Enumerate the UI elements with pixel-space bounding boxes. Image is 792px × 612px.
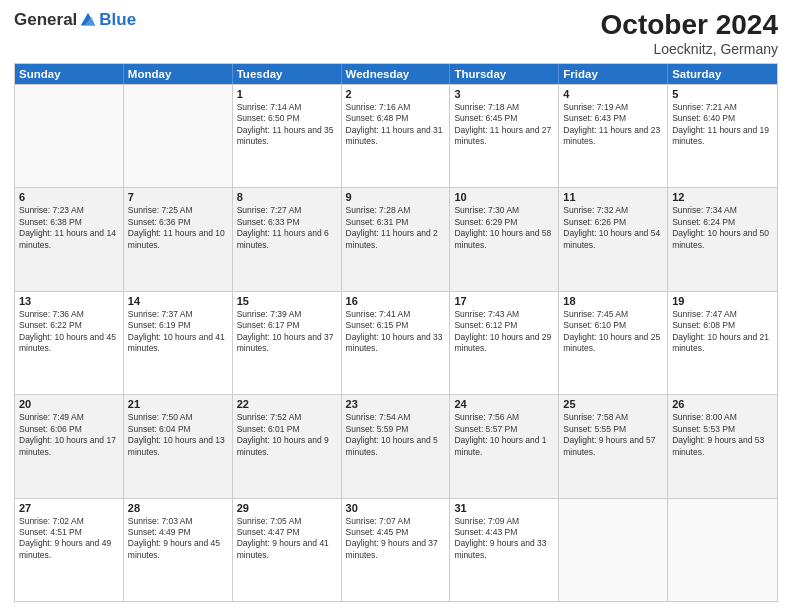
- cell-info: Sunrise: 7:54 AM Sunset: 5:59 PM Dayligh…: [346, 412, 446, 458]
- cell-info: Sunrise: 7:45 AM Sunset: 6:10 PM Dayligh…: [563, 309, 663, 355]
- calendar-header-cell: Tuesday: [233, 64, 342, 84]
- cell-info: Sunrise: 7:03 AM Sunset: 4:49 PM Dayligh…: [128, 516, 228, 562]
- day-number: 4: [563, 88, 663, 100]
- day-number: 30: [346, 502, 446, 514]
- cell-info: Sunrise: 7:05 AM Sunset: 4:47 PM Dayligh…: [237, 516, 337, 562]
- calendar-header-cell: Monday: [124, 64, 233, 84]
- day-number: 20: [19, 398, 119, 410]
- calendar-cell: 16Sunrise: 7:41 AM Sunset: 6:15 PM Dayli…: [342, 292, 451, 394]
- calendar: SundayMondayTuesdayWednesdayThursdayFrid…: [14, 63, 778, 602]
- cell-info: Sunrise: 7:02 AM Sunset: 4:51 PM Dayligh…: [19, 516, 119, 562]
- cell-info: Sunrise: 7:25 AM Sunset: 6:36 PM Dayligh…: [128, 205, 228, 251]
- calendar-header-row: SundayMondayTuesdayWednesdayThursdayFrid…: [15, 64, 777, 84]
- logo-blue-text: Blue: [99, 10, 136, 30]
- logo-icon: [79, 11, 97, 29]
- cell-info: Sunrise: 7:32 AM Sunset: 6:26 PM Dayligh…: [563, 205, 663, 251]
- day-number: 13: [19, 295, 119, 307]
- calendar-cell: [559, 499, 668, 601]
- day-number: 9: [346, 191, 446, 203]
- cell-info: Sunrise: 7:37 AM Sunset: 6:19 PM Dayligh…: [128, 309, 228, 355]
- day-number: 15: [237, 295, 337, 307]
- calendar-header-cell: Friday: [559, 64, 668, 84]
- calendar-cell: 11Sunrise: 7:32 AM Sunset: 6:26 PM Dayli…: [559, 188, 668, 290]
- calendar-week-row: 1Sunrise: 7:14 AM Sunset: 6:50 PM Daylig…: [15, 84, 777, 187]
- calendar-cell: 1Sunrise: 7:14 AM Sunset: 6:50 PM Daylig…: [233, 85, 342, 187]
- cell-info: Sunrise: 7:14 AM Sunset: 6:50 PM Dayligh…: [237, 102, 337, 148]
- month-title: October 2024: [601, 10, 778, 41]
- calendar-week-row: 27Sunrise: 7:02 AM Sunset: 4:51 PM Dayli…: [15, 498, 777, 601]
- calendar-cell: 28Sunrise: 7:03 AM Sunset: 4:49 PM Dayli…: [124, 499, 233, 601]
- day-number: 11: [563, 191, 663, 203]
- calendar-cell: 24Sunrise: 7:56 AM Sunset: 5:57 PM Dayli…: [450, 395, 559, 497]
- calendar-cell: 6Sunrise: 7:23 AM Sunset: 6:38 PM Daylig…: [15, 188, 124, 290]
- calendar-cell: 14Sunrise: 7:37 AM Sunset: 6:19 PM Dayli…: [124, 292, 233, 394]
- day-number: 18: [563, 295, 663, 307]
- cell-info: Sunrise: 7:56 AM Sunset: 5:57 PM Dayligh…: [454, 412, 554, 458]
- calendar-cell: 27Sunrise: 7:02 AM Sunset: 4:51 PM Dayli…: [15, 499, 124, 601]
- header: General Blue October 2024 Loecknitz, Ger…: [14, 10, 778, 57]
- cell-info: Sunrise: 7:39 AM Sunset: 6:17 PM Dayligh…: [237, 309, 337, 355]
- day-number: 16: [346, 295, 446, 307]
- calendar-cell: 20Sunrise: 7:49 AM Sunset: 6:06 PM Dayli…: [15, 395, 124, 497]
- day-number: 12: [672, 191, 773, 203]
- cell-info: Sunrise: 7:23 AM Sunset: 6:38 PM Dayligh…: [19, 205, 119, 251]
- calendar-week-row: 20Sunrise: 7:49 AM Sunset: 6:06 PM Dayli…: [15, 394, 777, 497]
- calendar-cell: 9Sunrise: 7:28 AM Sunset: 6:31 PM Daylig…: [342, 188, 451, 290]
- cell-info: Sunrise: 7:28 AM Sunset: 6:31 PM Dayligh…: [346, 205, 446, 251]
- day-number: 6: [19, 191, 119, 203]
- day-number: 21: [128, 398, 228, 410]
- calendar-cell: 7Sunrise: 7:25 AM Sunset: 6:36 PM Daylig…: [124, 188, 233, 290]
- cell-info: Sunrise: 7:58 AM Sunset: 5:55 PM Dayligh…: [563, 412, 663, 458]
- cell-info: Sunrise: 7:07 AM Sunset: 4:45 PM Dayligh…: [346, 516, 446, 562]
- day-number: 17: [454, 295, 554, 307]
- calendar-cell: 13Sunrise: 7:36 AM Sunset: 6:22 PM Dayli…: [15, 292, 124, 394]
- calendar-header-cell: Thursday: [450, 64, 559, 84]
- cell-info: Sunrise: 7:09 AM Sunset: 4:43 PM Dayligh…: [454, 516, 554, 562]
- day-number: 23: [346, 398, 446, 410]
- day-number: 29: [237, 502, 337, 514]
- calendar-cell: 15Sunrise: 7:39 AM Sunset: 6:17 PM Dayli…: [233, 292, 342, 394]
- cell-info: Sunrise: 7:19 AM Sunset: 6:43 PM Dayligh…: [563, 102, 663, 148]
- cell-info: Sunrise: 7:47 AM Sunset: 6:08 PM Dayligh…: [672, 309, 773, 355]
- cell-info: Sunrise: 7:50 AM Sunset: 6:04 PM Dayligh…: [128, 412, 228, 458]
- calendar-cell: 4Sunrise: 7:19 AM Sunset: 6:43 PM Daylig…: [559, 85, 668, 187]
- cell-info: Sunrise: 7:52 AM Sunset: 6:01 PM Dayligh…: [237, 412, 337, 458]
- cell-info: Sunrise: 7:18 AM Sunset: 6:45 PM Dayligh…: [454, 102, 554, 148]
- location-title: Loecknitz, Germany: [601, 41, 778, 57]
- calendar-cell: [668, 499, 777, 601]
- calendar-header-cell: Wednesday: [342, 64, 451, 84]
- calendar-cell: 3Sunrise: 7:18 AM Sunset: 6:45 PM Daylig…: [450, 85, 559, 187]
- calendar-week-row: 13Sunrise: 7:36 AM Sunset: 6:22 PM Dayli…: [15, 291, 777, 394]
- title-area: October 2024 Loecknitz, Germany: [601, 10, 778, 57]
- day-number: 27: [19, 502, 119, 514]
- calendar-cell: 10Sunrise: 7:30 AM Sunset: 6:29 PM Dayli…: [450, 188, 559, 290]
- cell-info: Sunrise: 7:43 AM Sunset: 6:12 PM Dayligh…: [454, 309, 554, 355]
- calendar-cell: 21Sunrise: 7:50 AM Sunset: 6:04 PM Dayli…: [124, 395, 233, 497]
- logo: General Blue: [14, 10, 136, 30]
- day-number: 5: [672, 88, 773, 100]
- day-number: 10: [454, 191, 554, 203]
- logo-general-text: General: [14, 10, 77, 30]
- cell-info: Sunrise: 7:36 AM Sunset: 6:22 PM Dayligh…: [19, 309, 119, 355]
- calendar-cell: [15, 85, 124, 187]
- calendar-header-cell: Saturday: [668, 64, 777, 84]
- day-number: 22: [237, 398, 337, 410]
- day-number: 7: [128, 191, 228, 203]
- calendar-cell: 23Sunrise: 7:54 AM Sunset: 5:59 PM Dayli…: [342, 395, 451, 497]
- logo-area: General Blue: [14, 10, 136, 30]
- cell-info: Sunrise: 7:16 AM Sunset: 6:48 PM Dayligh…: [346, 102, 446, 148]
- calendar-cell: 2Sunrise: 7:16 AM Sunset: 6:48 PM Daylig…: [342, 85, 451, 187]
- calendar-cell: 8Sunrise: 7:27 AM Sunset: 6:33 PM Daylig…: [233, 188, 342, 290]
- day-number: 8: [237, 191, 337, 203]
- calendar-cell: 30Sunrise: 7:07 AM Sunset: 4:45 PM Dayli…: [342, 499, 451, 601]
- day-number: 25: [563, 398, 663, 410]
- calendar-header-cell: Sunday: [15, 64, 124, 84]
- day-number: 3: [454, 88, 554, 100]
- day-number: 2: [346, 88, 446, 100]
- calendar-cell: 17Sunrise: 7:43 AM Sunset: 6:12 PM Dayli…: [450, 292, 559, 394]
- cell-info: Sunrise: 7:41 AM Sunset: 6:15 PM Dayligh…: [346, 309, 446, 355]
- cell-info: Sunrise: 7:27 AM Sunset: 6:33 PM Dayligh…: [237, 205, 337, 251]
- cell-info: Sunrise: 7:34 AM Sunset: 6:24 PM Dayligh…: [672, 205, 773, 251]
- calendar-cell: 19Sunrise: 7:47 AM Sunset: 6:08 PM Dayli…: [668, 292, 777, 394]
- calendar-cell: [124, 85, 233, 187]
